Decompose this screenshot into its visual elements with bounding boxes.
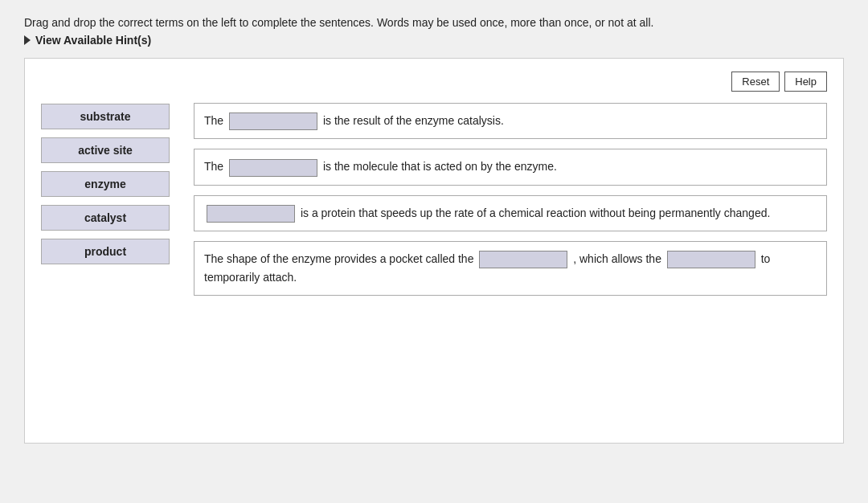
term-active-site[interactable]: active site (41, 137, 170, 163)
reset-button[interactable]: Reset (731, 72, 780, 92)
s2-dropzone[interactable] (229, 159, 317, 177)
term-catalyst[interactable]: catalyst (41, 205, 170, 231)
sentence-2: The is the molecule that is acted on by … (194, 149, 827, 185)
s2-text-before: The (204, 160, 227, 173)
top-buttons: Reset Help (194, 72, 827, 92)
term-substrate[interactable]: substrate (41, 104, 170, 129)
s1-dropzone[interactable] (229, 112, 317, 130)
page-wrapper: Drag and drop the correct terms on the l… (0, 0, 868, 503)
term-enzyme[interactable]: enzyme (41, 171, 170, 197)
s4-dropzone-2[interactable] (667, 251, 755, 268)
term-product[interactable]: product (41, 239, 170, 264)
help-button[interactable]: Help (784, 72, 827, 92)
s3-dropzone[interactable] (207, 205, 295, 223)
s4-dropzone-1[interactable] (479, 251, 567, 268)
s4-text-2: , which allows the (573, 252, 665, 265)
sentence-4: The shape of the enzyme provides a pocke… (194, 241, 827, 296)
right-panel: Reset Help The is the result of the enzy… (194, 72, 827, 427)
s3-text-after: is a protein that speeds up the rate of … (301, 207, 770, 219)
hint-label: View Available Hint(s) (35, 34, 151, 47)
s2-text-after: is the molecule that is acted on by the … (323, 160, 557, 173)
left-panel: substrate active site enzyme catalyst pr… (41, 72, 170, 427)
s1-text-before: The (204, 114, 227, 127)
main-box: substrate active site enzyme catalyst pr… (24, 58, 844, 444)
s4-text-1: The shape of the enzyme provides a pocke… (204, 252, 477, 265)
sentence-1: The is the result of the enzyme catalysi… (194, 103, 827, 139)
sentences-area: The is the result of the enzyme catalysi… (194, 103, 827, 296)
sentence-3: is a protein that speeds up the rate of … (194, 195, 827, 231)
hint-row[interactable]: View Available Hint(s) (24, 34, 844, 47)
instructions-text: Drag and drop the correct terms on the l… (24, 16, 844, 29)
s1-text-after: is the result of the enzyme catalysis. (323, 114, 504, 127)
hint-arrow-icon (24, 35, 31, 45)
